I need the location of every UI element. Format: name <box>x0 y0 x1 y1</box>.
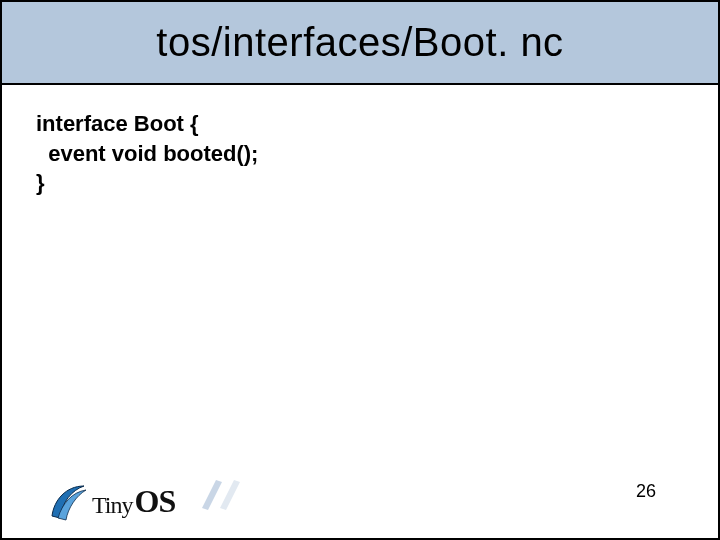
page-number: 26 <box>636 481 656 502</box>
slide-body: interface Boot { event void booted(); } <box>2 85 718 198</box>
slide: tos/interfaces/Boot. nc interface Boot {… <box>0 0 720 540</box>
tinyos-logo: Tiny OS <box>48 480 175 522</box>
slide-title: tos/interfaces/Boot. nc <box>12 20 708 65</box>
slide-footer: Tiny OS 26 <box>2 468 718 524</box>
accent-slash-icon <box>202 478 248 512</box>
code-line-3: } <box>36 170 45 195</box>
logo-text-os: OS <box>134 485 175 517</box>
logo-swoosh-icon <box>48 480 88 522</box>
title-bar: tos/interfaces/Boot. nc <box>2 2 718 85</box>
logo-text: Tiny OS <box>92 485 175 517</box>
code-block: interface Boot { event void booted(); } <box>36 109 684 198</box>
code-line-2: event void booted(); <box>36 141 258 166</box>
logo-text-tiny: Tiny <box>92 493 132 517</box>
code-line-1: interface Boot { <box>36 111 199 136</box>
